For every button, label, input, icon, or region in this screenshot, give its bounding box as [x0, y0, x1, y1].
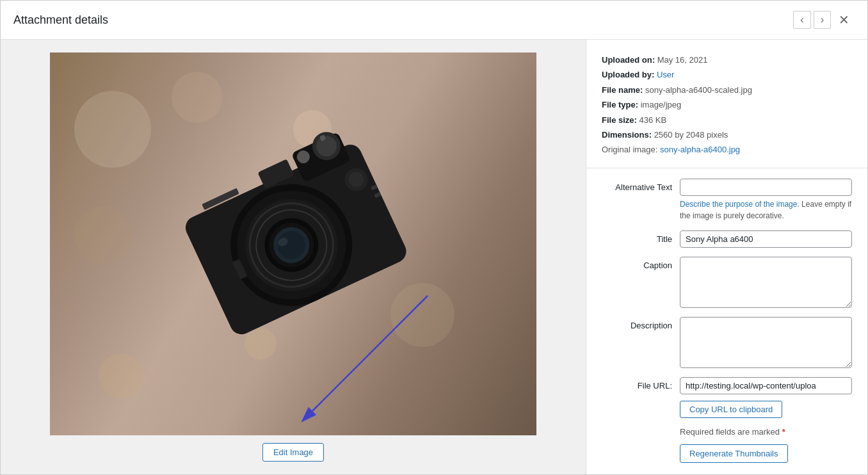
dimensions-label: Dimensions: — [602, 130, 652, 140]
required-asterisk: * — [782, 427, 785, 437]
bokeh-2 — [172, 72, 223, 123]
photo-art — [50, 52, 536, 435]
alt-text-label: Alternative Text — [602, 179, 672, 192]
details-panel: Uploaded on: May 16, 2021 Uploaded by: U… — [586, 40, 867, 474]
uploaded-on-row: Uploaded on: May 16, 2021 — [602, 52, 852, 67]
file-type-value: image/jpeg — [641, 100, 682, 109]
file-url-input[interactable] — [680, 377, 852, 394]
original-image-link[interactable]: sony-alpha-a6400.jpg — [660, 145, 740, 154]
original-image-label: Original image: — [602, 145, 657, 154]
copy-url-row: Copy URL to clipboard — [602, 401, 852, 427]
next-button[interactable]: › — [814, 11, 831, 29]
modal-header: Attachment details ‹ › ✕ — [1, 1, 867, 40]
edit-image-button[interactable]: Edit Image — [262, 443, 324, 462]
caption-control-wrap — [680, 257, 852, 308]
file-size-value: 436 KB — [639, 115, 667, 125]
alt-text-input[interactable] — [680, 179, 852, 196]
header-nav: ‹ › ✕ — [793, 11, 855, 29]
alt-text-hint-link[interactable]: Describe the purpose of the image — [680, 200, 797, 209]
modal-title: Attachment details — [13, 13, 108, 27]
attachment-details-modal: Attachment details ‹ › ✕ — [0, 0, 868, 475]
file-type-row: File type: image/jpeg — [602, 97, 852, 112]
close-button[interactable]: ✕ — [833, 11, 855, 29]
description-control-wrap — [680, 317, 852, 368]
file-size-row: File size: 436 KB — [602, 113, 852, 127]
dimensions-row: Dimensions: 2560 by 2048 pixels — [602, 127, 852, 142]
uploaded-by-label: Uploaded by: — [602, 70, 654, 79]
alt-text-control-wrap: Describe the purpose of the image. Leave… — [680, 179, 852, 221]
regenerate-row: Regenerate Thumbnails — [602, 444, 852, 463]
bokeh-7 — [74, 206, 132, 264]
required-text: Required fields are marked — [680, 427, 782, 437]
uploaded-by-row: Uploaded by: User — [602, 67, 852, 82]
bokeh-5 — [99, 353, 143, 398]
image-container — [50, 52, 536, 435]
file-type-label: File type: — [602, 100, 638, 109]
copy-url-button[interactable]: Copy URL to clipboard — [680, 401, 782, 418]
uploaded-on-value: May 16, 2021 — [657, 55, 708, 65]
file-name-value: sony-alpha-a6400-scaled.jpg — [645, 85, 752, 95]
description-label: Description — [602, 317, 672, 330]
file-size-label: File size: — [602, 115, 637, 125]
title-control-wrap — [680, 230, 852, 248]
title-label: Title — [602, 230, 672, 244]
file-url-label: File URL: — [602, 381, 672, 390]
required-notice: Required fields are marked * — [602, 427, 852, 444]
caption-label: Caption — [602, 257, 672, 270]
file-url-row: File URL: — [602, 377, 852, 394]
title-row: Title — [602, 230, 852, 248]
uploaded-on-label: Uploaded on: — [602, 55, 655, 65]
image-panel: Edit Image — [1, 40, 586, 474]
file-name-row: File name: sony-alpha-a6400-scaled.jpg — [602, 83, 852, 97]
caption-textarea[interactable] — [680, 257, 852, 308]
bokeh-1 — [74, 91, 151, 168]
dimensions-value: 2560 by 2048 pixels — [654, 130, 728, 140]
prev-button[interactable]: ‹ — [793, 11, 810, 29]
modal-body: Edit Image Uploaded on: May 16, 2021 Upl… — [1, 40, 867, 474]
file-info-section: Uploaded on: May 16, 2021 Uploaded by: U… — [586, 40, 867, 168]
caption-row: Caption — [602, 257, 852, 308]
alt-text-row: Alternative Text Describe the purpose of… — [602, 179, 852, 221]
title-input[interactable] — [680, 230, 852, 248]
uploaded-by-link[interactable]: User — [657, 70, 674, 79]
edit-image-btn-row: Edit Image — [262, 443, 324, 462]
alt-text-hint: Describe the purpose of the image. Leave… — [680, 198, 852, 221]
file-name-label: File name: — [602, 85, 643, 95]
description-row: Description — [602, 317, 852, 368]
regenerate-thumbnails-button[interactable]: Regenerate Thumbnails — [680, 444, 788, 463]
description-textarea[interactable] — [680, 317, 852, 368]
original-image-row: Original image: sony-alpha-a6400.jpg — [602, 142, 852, 157]
form-section: Alternative Text Describe the purpose of… — [586, 168, 867, 474]
